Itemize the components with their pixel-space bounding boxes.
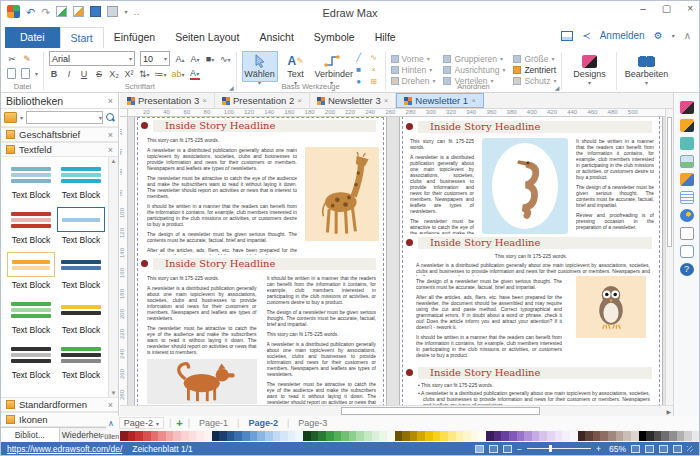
page-tab-page-2[interactable]: Page-2 [244,418,282,428]
maximize-button[interactable]: ▢ [662,3,671,14]
section-ikonen[interactable]: Ikonen × [1,412,118,427]
color-swatch[interactable] [128,431,136,441]
color-swatch[interactable] [570,431,578,441]
close-tab-icon[interactable]: × [202,96,207,105]
italic-button[interactable]: I [64,69,74,79]
fill-icon[interactable] [680,137,694,150]
color-swatch[interactable] [677,431,685,441]
color-swatch[interactable] [402,431,410,441]
color-swatch[interactable] [578,431,586,441]
section-textfeld[interactable]: Textfeld × [1,142,118,157]
add-page-button[interactable]: + [176,417,182,429]
drawing-canvas[interactable]: Inside Story Headline This story can fit… [128,117,665,405]
color-swatch[interactable] [509,431,517,441]
menu-tab-ansicht[interactable]: Ansicht [249,27,303,48]
designs-button[interactable]: Designs ▾ [567,51,611,87]
story-text-column[interactable]: This story can fit 175-225 words. A news… [410,138,474,234]
library-search-input[interactable] [27,112,99,123]
dog-image[interactable] [147,359,257,404]
close-section-icon[interactable]: × [108,400,113,410]
zoom-in-icon[interactable]: + [596,444,601,454]
close-button[interactable]: × [687,3,693,14]
highlight-color-button[interactable]: ab▾ [172,69,185,79]
attribute-icon[interactable] [680,227,694,240]
newsletter-page-1[interactable]: Inside Story Headline This story can fit… [134,117,387,405]
dialog-launcher-icon[interactable]: ◢ [229,84,234,91]
line-spacing-button[interactable]: ⇅▾ [139,69,150,79]
color-swatch[interactable] [349,431,357,441]
library-shape[interactable]: Text Block [7,252,55,290]
zoom-out-icon[interactable]: − [517,444,522,454]
text-tool-button[interactable]: A✎ Text ▾ [278,51,314,82]
color-swatch[interactable] [692,431,700,441]
subscript-button[interactable]: X₂ [109,69,119,79]
library-shape[interactable]: Text Block [7,162,55,200]
fit-page-icon[interactable] [631,445,640,453]
close-section-icon[interactable]: × [108,130,113,140]
color-swatch[interactable] [364,431,372,441]
paste-icon[interactable] [21,68,30,79]
superscript-button[interactable]: X² [124,69,134,79]
menu-tab-start[interactable]: Start [60,27,104,48]
pages-overview-icon[interactable] [645,445,654,453]
color-swatch[interactable] [219,431,227,441]
document-tab-newsletter-3[interactable]: Newsletter 3× [310,93,396,108]
story-text-block[interactable]: The design of a newsletter must be given… [416,278,562,364]
color-swatch[interactable] [654,431,662,441]
color-swatch[interactable] [204,431,212,441]
color-swatch[interactable] [135,431,143,441]
color-swatch[interactable] [356,431,364,441]
menu-tab-datei[interactable]: Datei [5,27,60,48]
color-swatch[interactable] [478,431,486,441]
color-swatch[interactable] [669,431,677,441]
color-swatch[interactable] [440,431,448,441]
tab-bibliotheken[interactable]: Bibliot... [1,428,60,442]
comment-icon[interactable] [680,245,694,258]
color-swatch[interactable] [517,431,525,441]
collapse-pagebar-icon[interactable]: ∧ [108,419,114,428]
vorne-button[interactable]: Vorne▾ [391,53,436,64]
color-swatch[interactable] [646,431,654,441]
library-dropdown-icon[interactable]: ▾ [20,114,23,121]
section-geschaeftsbrief[interactable]: Geschäftsbrief × [1,127,118,142]
share-icon[interactable]: ≺ [582,30,590,41]
color-swatch[interactable] [661,431,669,441]
hinten-button[interactable]: Hinten▾ [391,64,436,75]
color-swatch[interactable] [181,431,189,441]
library-shape[interactable]: Text Block [57,162,105,200]
color-swatch[interactable] [318,431,326,441]
color-swatch[interactable] [616,431,624,441]
gruppieren-button[interactable]: Gruppieren▾ [443,53,505,64]
minimize-button[interactable]: – [640,3,646,14]
library-icon[interactable] [4,112,17,123]
owl-image[interactable] [576,276,646,338]
color-swatch[interactable] [593,431,601,441]
zoom-area-icon[interactable] [659,445,668,453]
pen-icon[interactable] [680,119,694,132]
color-swatch[interactable] [242,431,250,441]
scroll-down-icon[interactable]: ▼ [111,390,117,396]
color-swatch[interactable] [433,431,441,441]
color-swatch[interactable] [303,431,311,441]
color-swatch[interactable] [120,431,128,441]
menu-tab-symbole[interactable]: Symbole [304,27,365,48]
page-select-dropdown[interactable]: Page-2 ▾ [119,417,164,429]
grow-font-button[interactable]: A▴ [175,54,185,64]
document-tab-newsletter-1[interactable]: Newsletter 1× [396,93,483,108]
page-tab-page-3[interactable]: Page-3 [294,418,331,428]
color-swatch[interactable] [684,431,692,441]
page-view-icon[interactable] [489,445,498,453]
color-swatch[interactable] [410,431,418,441]
color-swatch[interactable] [143,431,151,441]
edrawsoft-link[interactable]: https://www.edrawsoft.com/de/ [7,444,122,454]
collapse-ribbon-icon[interactable]: ∧ [684,30,691,41]
zoom-slider-thumb[interactable] [549,445,552,452]
line-tool-icon[interactable]: ╱ [353,53,365,64]
color-swatch[interactable] [288,431,296,441]
größe-button[interactable]: Größe▾ [513,53,556,64]
story-text-column[interactable]: It should be written in a manner that th… [576,138,654,234]
menu-tab-einfügen[interactable]: Einfügen [104,27,165,48]
color-swatch[interactable] [173,431,181,441]
font-size-select[interactable]: 10 ▾ [140,51,170,66]
rectangle-tool-icon[interactable]: ■ [353,65,365,76]
